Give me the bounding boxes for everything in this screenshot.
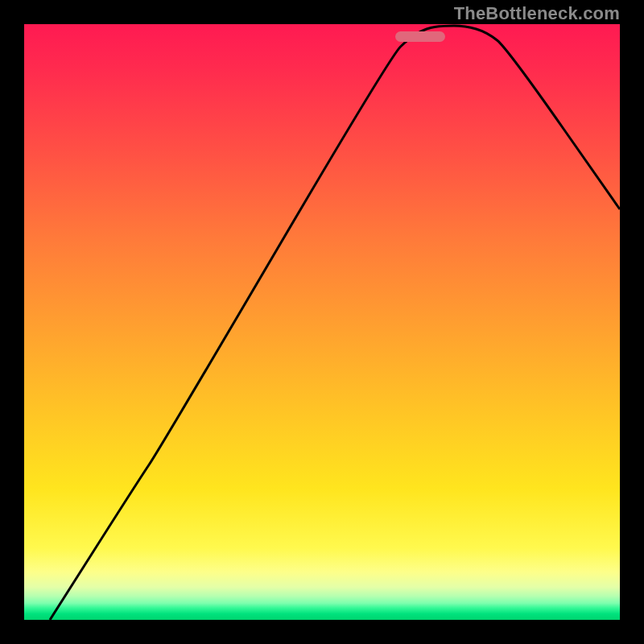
chart-frame (24, 24, 620, 620)
watermark-text: TheBottleneck.com (454, 3, 620, 24)
chart-curve (24, 24, 620, 620)
bottleneck-curve-path (50, 26, 620, 620)
optimal-marker-pill (395, 31, 445, 42)
